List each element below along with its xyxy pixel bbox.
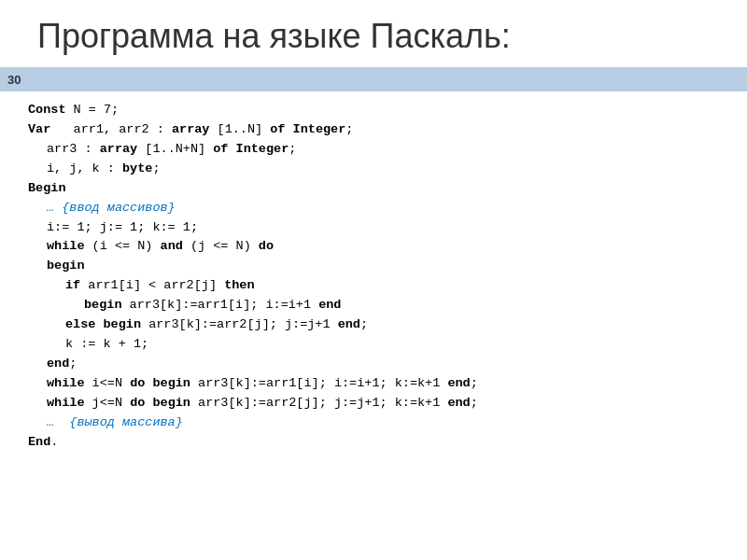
code-line: i, j, k : byte; [28, 160, 719, 179]
comment-text: … {ввод массивов} [47, 201, 176, 215]
keyword-End: End [28, 435, 50, 449]
code-line: begin [28, 257, 719, 276]
keyword-do3: do [130, 396, 145, 410]
keyword-begin5: begin [152, 396, 190, 410]
code-block: Const N = 7; Var arr1, arr2 : array [1..… [28, 101, 719, 453]
code-line: Begin [28, 179, 719, 199]
code-line: k := k + 1; [28, 335, 719, 355]
code-line: i:= 1; j:= 1; k:= 1; [28, 218, 719, 238]
keyword: array [172, 122, 210, 136]
keyword-end4: end [447, 376, 470, 390]
keyword: Integer [236, 142, 289, 156]
slide-number-bar: 30 [0, 67, 747, 91]
title-area: Программа на языке Паскаль: [0, 0, 747, 67]
keyword: Var [28, 122, 50, 136]
code-line: else begin arr3[k]:=arr2[j]; j:=j+1 end; [28, 315, 719, 335]
keyword: array [100, 142, 138, 156]
keyword: Const [28, 103, 66, 117]
keyword-begin2: begin [84, 298, 122, 312]
keyword: of [213, 142, 228, 156]
keyword-end1: end [318, 298, 341, 312]
keyword: Integer [293, 122, 346, 136]
keyword-end2: end [338, 317, 360, 331]
comment-output: … {вывод массива} [47, 415, 183, 429]
page-container: Программа на языке Паскаль: 30 Const N =… [0, 0, 747, 560]
keyword: byte [122, 161, 152, 175]
code-line-comment: … {ввод массивов} [28, 199, 719, 218]
code-line: if arr1[i] < arr2[j] then [28, 276, 719, 296]
keyword-then: then [224, 278, 254, 292]
code-line-end: End. [28, 433, 719, 453]
keyword: Begin [28, 181, 66, 195]
code-line-while2: while j<=N do begin arr3[k]:=arr2[j]; j:… [28, 394, 719, 413]
code-line: end; [28, 355, 719, 374]
slide-number: 30 [7, 73, 21, 87]
keyword-begin3: begin [104, 317, 142, 331]
keyword-and: and [161, 239, 183, 253]
keyword-do: do [259, 239, 274, 253]
code-line: begin arr3[k]:=arr1[i]; i:=i+1 end [28, 296, 719, 315]
code-line: arr3 : array [1..N+N] of Integer; [28, 140, 719, 160]
keyword-while3: while [47, 396, 85, 410]
code-area: Const N = 7; Var arr1, arr2 : array [1..… [0, 91, 747, 560]
code-line: Var arr1, arr2 : array [1..N] of Integer… [28, 120, 719, 140]
keyword-if: if [65, 278, 80, 292]
code-line-comment2: … {вывод массива} [28, 413, 719, 433]
keyword-else: else [65, 317, 95, 331]
code-line: Const N = 7; [28, 101, 719, 120]
keyword-do2: do [130, 376, 145, 390]
keyword: of [270, 122, 285, 136]
keyword-while: while [47, 239, 85, 253]
keyword-end3: end [47, 357, 69, 371]
page-title: Программа на языке Паскаль: [37, 17, 710, 56]
keyword-begin4: begin [152, 376, 190, 390]
keyword-end5: end [447, 396, 470, 410]
keyword-while2: while [47, 376, 85, 390]
code-line: while (i <= N) and (j <= N) do [28, 237, 719, 257]
keyword-begin: begin [47, 259, 85, 273]
code-line-while1: while i<=N do begin arr3[k]:=arr1[i]; i:… [28, 374, 719, 394]
